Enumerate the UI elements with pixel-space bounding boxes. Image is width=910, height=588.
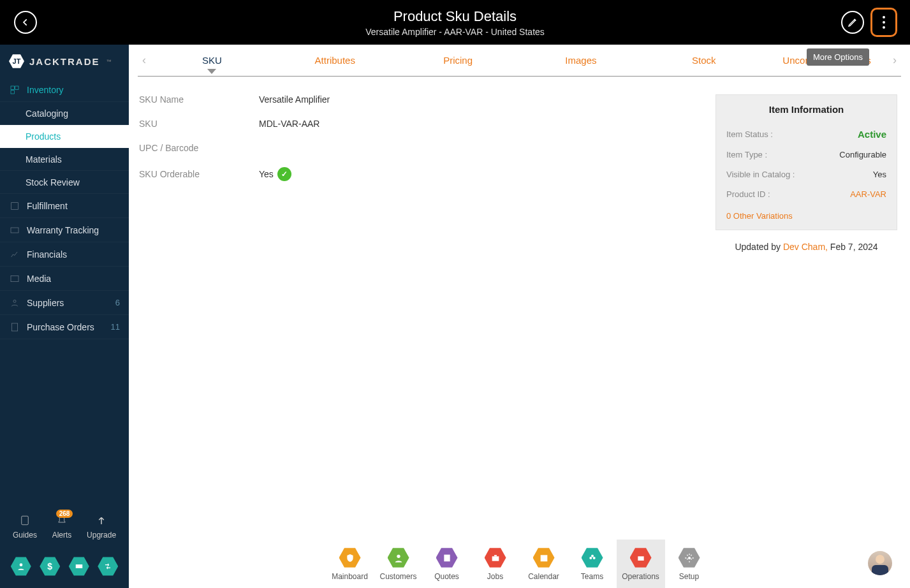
user-icon: [388, 547, 409, 569]
product-id-link[interactable]: AAR-VAR: [850, 189, 886, 199]
label: SKU: [139, 119, 259, 129]
svg-point-20: [688, 557, 691, 559]
tab-images[interactable]: Images: [519, 55, 642, 66]
nav-label: Warranty Tracking: [27, 225, 99, 235]
sub-products[interactable]: Products: [0, 125, 129, 148]
bb-label: Mainboard: [332, 572, 368, 581]
bottom-quotes[interactable]: Quotes: [423, 540, 471, 588]
label: UPC / Barcode: [139, 143, 259, 153]
check-icon: ✓: [277, 167, 291, 181]
nav-inventory[interactable]: Inventory: [0, 78, 129, 102]
info-row-variations: 0 Other Variations: [716, 204, 897, 230]
svg-point-9: [19, 563, 22, 566]
quote-icon: [436, 547, 458, 569]
nav-label: Fulfillment: [27, 201, 68, 211]
tab-scroll-left[interactable]: ‹: [138, 54, 150, 67]
edit-button[interactable]: [841, 11, 864, 34]
variations-link[interactable]: 0 Other Variations: [726, 211, 793, 221]
bb-label: Teams: [581, 572, 603, 581]
transfer-icon: [98, 556, 118, 577]
card-icon: [69, 556, 89, 577]
bottom-jobs[interactable]: Jobs: [471, 540, 520, 588]
operations-icon: [630, 547, 652, 569]
tab-pricing[interactable]: Pricing: [397, 55, 520, 66]
bb-label: Customers: [379, 572, 416, 581]
arrow-up-icon: [94, 513, 108, 527]
bottom-operations[interactable]: Operations: [617, 540, 665, 588]
alerts-button[interactable]: 268 Alerts: [52, 513, 72, 540]
nav-count: 11: [111, 322, 120, 332]
upgrade-button[interactable]: Upgrade: [87, 513, 116, 540]
svg-point-18: [591, 554, 594, 557]
nav-purchase-orders[interactable]: Purchase Orders11: [0, 315, 129, 339]
info-label: Item Type :: [726, 150, 839, 159]
svg-rect-7: [11, 323, 17, 331]
sub-label: Materials: [26, 154, 62, 165]
info-row-visible: Visible in Catalog : Yes: [716, 165, 897, 184]
briefcase-icon: [485, 547, 506, 569]
hex-dollar-button[interactable]: $: [40, 556, 60, 577]
tablet-icon: [18, 513, 32, 527]
gear-icon: [679, 547, 700, 569]
nav-warranty[interactable]: Warranty Tracking: [0, 218, 129, 242]
logo[interactable]: JT JACKTRADE™: [0, 45, 129, 78]
bottom-setup[interactable]: Setup: [665, 540, 714, 588]
svg-rect-0: [11, 86, 14, 89]
svg-rect-5: [11, 276, 18, 281]
nav-fulfillment[interactable]: Fulfillment: [0, 194, 129, 218]
value: Versatile Amplifier: [259, 94, 330, 105]
bb-label: Quotes: [434, 572, 459, 581]
purchase-icon: [9, 321, 20, 333]
bottom-mainboard[interactable]: Mainboard: [326, 540, 374, 588]
bottom-calendar[interactable]: Calendar: [520, 540, 568, 588]
sku-details: SKU Name Versatile Amplifier SKU MDL-VAR…: [133, 94, 703, 252]
sub-materials[interactable]: Materials: [0, 148, 129, 171]
svg-rect-1: [15, 86, 18, 89]
tab-stock[interactable]: Stock: [642, 55, 765, 66]
hex-user-button[interactable]: [11, 556, 31, 577]
more-options-tooltip: More Options: [807, 48, 869, 66]
guides-button[interactable]: Guides: [13, 513, 37, 540]
warranty-icon: [9, 224, 20, 236]
back-button[interactable]: [14, 11, 37, 34]
page-subtitle: Versatile Amplifier - AAR-VAR - United S…: [365, 27, 545, 37]
hex-card-button[interactable]: [69, 556, 89, 577]
svg-point-11: [397, 554, 400, 557]
tab-sku[interactable]: SKU: [150, 55, 274, 66]
svg-rect-2: [11, 90, 14, 93]
sub-cataloging[interactable]: Cataloging: [0, 102, 129, 125]
nav-suppliers[interactable]: Suppliers6: [0, 291, 129, 315]
content-area: SKU Name Versatile Amplifier SKU MDL-VAR…: [129, 77, 910, 252]
info-label: Visible in Catalog :: [726, 170, 873, 179]
info-value: Configurable: [839, 150, 886, 159]
tab-label: Attributes: [315, 55, 355, 66]
bb-label: Setup: [679, 572, 699, 581]
bottom-teams[interactable]: Teams: [568, 540, 617, 588]
hex-transfer-button[interactable]: [98, 556, 118, 577]
nav-media[interactable]: Media: [0, 267, 129, 291]
tab-label: Pricing: [443, 55, 473, 66]
info-label: Item Status :: [726, 129, 858, 139]
more-options-button[interactable]: [870, 8, 897, 37]
updated-user-link[interactable]: Dev Cham,: [783, 242, 828, 252]
user-avatar[interactable]: [868, 551, 892, 575]
bb-label: Calendar: [528, 572, 559, 581]
svg-point-16: [589, 557, 592, 559]
dollar-icon: $: [40, 556, 60, 577]
updated-by: Updated by Dev Cham, Feb 7, 2024: [716, 230, 897, 252]
svg-rect-15: [540, 555, 547, 561]
tab-scroll-right[interactable]: ›: [888, 54, 901, 67]
item-information-card: Item Information Item Status : Active It…: [716, 94, 897, 230]
nav-financials[interactable]: Financials: [0, 242, 129, 267]
value: MDL-VAR-AAR: [259, 119, 319, 129]
sub-stock-review[interactable]: Stock Review: [0, 171, 129, 194]
page-title: Product Sku Details: [365, 8, 545, 25]
header-bar: Product Sku Details Versatile Amplifier …: [0, 0, 910, 45]
tab-attributes[interactable]: Attributes: [274, 55, 397, 66]
nav-label: Financials: [27, 249, 67, 260]
bottom-customers[interactable]: Customers: [374, 540, 423, 588]
svg-rect-14: [494, 555, 497, 556]
sb-label: Guides: [13, 531, 37, 540]
pencil-icon: [848, 17, 858, 27]
svg-rect-4: [11, 228, 18, 233]
